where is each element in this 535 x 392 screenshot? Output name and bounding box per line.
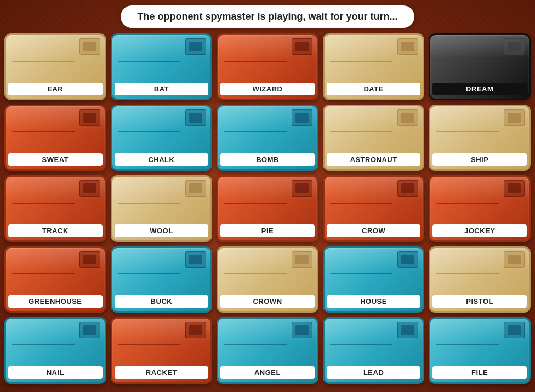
card-label: DREAM — [432, 83, 527, 95]
card-stamp — [504, 180, 525, 197]
card-image — [325, 177, 423, 224]
card-ship[interactable]: SHIP — [429, 105, 531, 171]
card-image — [325, 319, 423, 366]
card-greenhouse[interactable]: GREENHOUSE — [4, 246, 106, 313]
status-banner: The opponent spymaster is playing, wait … — [121, 5, 414, 28]
card-chalk[interactable]: CHALK — [111, 105, 213, 171]
card-label: DATE — [327, 83, 421, 95]
card-date[interactable]: DATE — [323, 33, 425, 100]
card-image — [6, 35, 105, 83]
card-stamp — [79, 38, 100, 55]
card-label: CHALK — [115, 153, 209, 166]
card-label: LEAD — [327, 366, 421, 379]
card-image — [430, 248, 529, 296]
card-label: HOUSE — [327, 295, 421, 308]
card-stamp — [185, 180, 206, 197]
card-stamp — [397, 38, 418, 55]
card-label: RACKET — [115, 366, 209, 379]
card-label: CROWN — [220, 295, 315, 308]
card-racket[interactable]: RACKET — [111, 317, 213, 384]
card-angel[interactable]: ANGEL — [217, 317, 318, 384]
status-message: The opponent spymaster is playing, wait … — [137, 11, 397, 22]
card-image — [325, 248, 423, 296]
card-grid: EAR BAT WIZARD — [4, 33, 531, 384]
card-label: TRACK — [8, 224, 103, 237]
card-image — [112, 35, 211, 83]
card-pistol[interactable]: PISTOL — [429, 246, 531, 313]
card-stamp — [185, 322, 206, 338]
card-stamp — [292, 251, 312, 268]
card-stamp — [504, 38, 525, 55]
card-label: NAIL — [8, 366, 103, 379]
card-jockey[interactable]: JOCKEY — [429, 175, 531, 242]
card-label: PIE — [220, 224, 315, 237]
card-sweat[interactable]: SWEAT — [4, 105, 106, 171]
card-label: CROW — [327, 224, 421, 237]
card-stamp — [504, 109, 525, 126]
card-stamp — [292, 38, 312, 55]
card-stamp — [397, 251, 418, 268]
card-label: SWEAT — [8, 153, 103, 166]
card-image — [430, 319, 529, 366]
card-nail[interactable]: NAIL — [4, 317, 106, 384]
card-image — [6, 106, 105, 154]
card-label: ANGEL — [220, 366, 315, 379]
card-label: GREENHOUSE — [8, 295, 103, 308]
card-label: EAR — [8, 83, 103, 95]
card-stamp — [397, 109, 418, 126]
card-label: PISTOL — [432, 295, 527, 308]
card-stamp — [79, 251, 100, 268]
card-image — [218, 319, 317, 366]
card-buck[interactable]: BUCK — [111, 246, 213, 313]
card-label: BAT — [115, 83, 209, 95]
card-image — [218, 106, 317, 154]
card-image — [430, 106, 529, 154]
card-stamp — [79, 180, 100, 197]
card-label: FILE — [432, 366, 527, 379]
card-astronaut[interactable]: ASTRONAUT — [323, 105, 425, 171]
card-file[interactable]: FILE — [429, 317, 531, 384]
card-crow[interactable]: CROW — [323, 175, 425, 242]
card-image — [6, 248, 105, 296]
card-image — [430, 177, 529, 224]
card-stamp — [292, 180, 312, 197]
card-crown[interactable]: CROWN — [217, 246, 318, 313]
card-bomb[interactable]: BOMB — [217, 105, 318, 171]
card-image — [6, 177, 105, 224]
card-image — [325, 35, 423, 83]
card-lead[interactable]: LEAD — [323, 317, 425, 384]
card-house[interactable]: HOUSE — [323, 246, 425, 313]
card-stamp — [292, 109, 312, 126]
card-stamp — [292, 322, 312, 338]
card-track[interactable]: TRACK — [4, 175, 106, 242]
card-dream[interactable]: DREAM — [429, 33, 531, 100]
card-label: SHIP — [432, 153, 527, 166]
card-image — [112, 106, 211, 154]
card-label: BOMB — [220, 153, 315, 166]
card-label: WOOL — [115, 224, 209, 237]
card-stamp — [79, 322, 100, 338]
card-stamp — [185, 109, 206, 126]
card-image — [218, 248, 317, 296]
card-label: ASTRONAUT — [327, 153, 421, 166]
card-pie[interactable]: PIE — [217, 175, 318, 242]
card-image — [6, 319, 105, 366]
card-stamp — [185, 251, 206, 268]
card-image — [325, 106, 423, 154]
card-stamp — [504, 322, 525, 338]
card-wool[interactable]: WOOL — [111, 175, 213, 242]
card-image — [112, 177, 211, 224]
card-stamp — [504, 251, 525, 268]
card-image — [430, 35, 529, 83]
card-stamp — [79, 109, 100, 126]
card-image — [112, 248, 211, 296]
card-image — [112, 319, 211, 366]
card-image — [218, 177, 317, 224]
card-wizard[interactable]: WIZARD — [217, 33, 318, 100]
card-stamp — [185, 38, 206, 55]
card-label: BUCK — [115, 295, 209, 308]
card-stamp — [397, 180, 418, 197]
card-label: JOCKEY — [432, 224, 527, 237]
card-ear[interactable]: EAR — [4, 33, 106, 100]
card-bat[interactable]: BAT — [111, 33, 213, 100]
